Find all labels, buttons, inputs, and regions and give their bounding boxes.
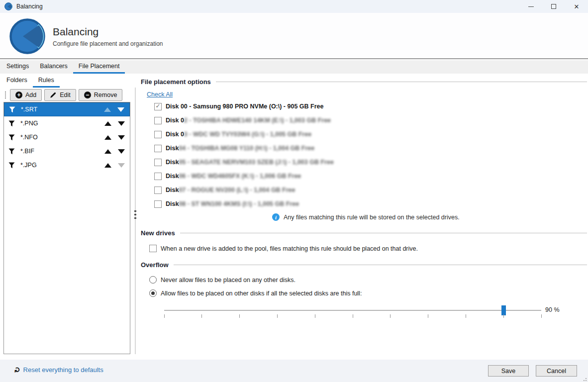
subtab-rules[interactable]: Rules (33, 74, 60, 88)
move-up-icon (104, 107, 111, 112)
radio-allow[interactable] (149, 289, 157, 297)
tab-settings[interactable]: Settings (1, 60, 34, 74)
rule-pattern: *.BIF (20, 148, 104, 155)
section-file-placement-options: File placement options (141, 78, 587, 86)
plus-circle-icon: + (15, 92, 22, 98)
page-title: Balancing (53, 26, 98, 38)
rule-pattern: *.JPG (20, 162, 104, 169)
close-button[interactable]: ✕ (565, 0, 588, 13)
rule-row-srt[interactable]: *.SRT (4, 102, 130, 116)
page-header: Balancing Configure file placement and o… (0, 13, 588, 59)
window-title: Balancing (16, 3, 43, 10)
funnel-icon (8, 162, 15, 169)
maximize-button[interactable] (542, 0, 565, 13)
rule-row-nfo[interactable]: *.NFO (4, 130, 130, 144)
disk-checkbox[interactable]: ✓ (154, 117, 162, 124)
rule-pattern: *.PNG (20, 120, 104, 127)
section-divider (216, 82, 587, 82)
overflow-never-option[interactable]: Never allow files to be placed on any ot… (149, 276, 587, 284)
disk-checkbox[interactable]: ✓ (154, 159, 162, 166)
window-resize-grip[interactable] (582, 376, 587, 381)
cancel-button[interactable]: Cancel (536, 365, 577, 377)
app-logo-icon (4, 2, 12, 10)
edit-button-label: Edit (60, 92, 71, 98)
move-up-icon[interactable] (104, 163, 111, 168)
subtab-folders[interactable]: Folders (1, 74, 33, 88)
rule-pattern: *.NFO (20, 134, 104, 141)
disk-checkbox[interactable]: ✓ (154, 145, 162, 152)
remove-button[interactable]: − Remove (79, 89, 123, 101)
toolbar-grip-handle[interactable] (3, 92, 8, 98)
disk-list: ✓ Disk 00 - Samsung 980 PRO NVMe (O:\) -… (141, 99, 587, 211)
funnel-icon (8, 148, 15, 155)
disk-row-00[interactable]: ✓ Disk 00 - Samsung 980 PRO NVMe (O:\) -… (141, 99, 587, 113)
minimize-button[interactable] (519, 0, 542, 13)
pencil-icon (50, 92, 57, 98)
disk-label-redacted: Disk 02 - TOSHIBA HDWE140 14KM (E:\) - 1… (166, 117, 331, 124)
disk-row-08[interactable]: ✓ Disk08 - ST WN100 4KMS (I:\) - 1,005 G… (141, 197, 587, 211)
move-up-icon[interactable] (104, 135, 111, 140)
disk-label-redacted: Disk07 - ROGUE NV200 (L:\) - 1,004 GB Fr… (166, 187, 295, 193)
funnel-icon (8, 120, 15, 127)
edit-button[interactable]: Edit (44, 89, 76, 101)
disk-row-07[interactable]: ✓ Disk07 - ROGUE NV200 (L:\) - 1,004 GB … (141, 183, 587, 197)
page-subtitle: Configure file placement and organizatio… (53, 40, 163, 47)
new-drive-checkbox-label: When a new drive is added to the pool, f… (161, 245, 418, 252)
add-button[interactable]: + Add (10, 89, 42, 101)
move-up-icon[interactable] (104, 121, 111, 126)
radio-never[interactable] (149, 276, 157, 284)
disk-label-redacted: Disk06 - WDC WD4605FX (K:\) - 1,006 GB F… (166, 173, 301, 180)
disk-checkbox[interactable]: ✓ (154, 131, 162, 138)
disk-label-redacted: Disk04 - TOSHIBA MG08 Y110 (H:\) - 1,004… (166, 145, 314, 152)
move-down-icon[interactable] (118, 121, 125, 126)
section-title: New drives (141, 229, 175, 237)
funnel-icon (9, 106, 15, 113)
disk-row-03[interactable]: ✓ Disk 03 - WDC WD TVY03W4 (G:\) - 1,005… (141, 127, 587, 141)
disk-label-redacted: Disk 03 - WDC WD TVY03W4 (G:\) - 1,005 G… (166, 131, 311, 138)
overflow-allow-option[interactable]: Allow files to be placed on other disks … (149, 289, 587, 297)
disk-row-05[interactable]: ✓ Disk05 - SEAGATE NERVM103 SZEB (J:\) -… (141, 155, 587, 169)
disk-checkbox[interactable]: ✓ (154, 103, 162, 110)
rule-row-png[interactable]: *.PNG (4, 116, 130, 130)
slider-ticks (164, 314, 541, 318)
reset-defaults-link[interactable]: ↻ Reset everything to defaults (14, 366, 103, 374)
sub-tab-bar: Folders Rules (0, 74, 141, 88)
info-text: Any files matching this rule will be sto… (284, 214, 460, 221)
disk-label-redacted: Disk05 - SEAGATE NERVM103 SZEB (J:\) - 1… (166, 159, 334, 166)
rule-row-jpg[interactable]: *.JPG (4, 158, 130, 172)
disk-checkbox[interactable]: ✓ (154, 200, 162, 208)
title-bar: Balancing ✕ (0, 0, 588, 13)
disk-checkbox[interactable]: ✓ (154, 173, 162, 180)
move-down-icon[interactable] (118, 149, 125, 154)
reset-link-label: Reset everything to defaults (23, 366, 103, 374)
move-up-icon[interactable] (104, 149, 111, 154)
check-all-link[interactable]: Check All (147, 91, 173, 98)
maximize-icon (551, 4, 556, 9)
file-placement-panel: File placement options Check All ✓ Disk … (141, 74, 587, 360)
disk-row-06[interactable]: ✓ Disk06 - WDC WD4605FX (K:\) - 1,006 GB… (141, 169, 587, 183)
add-button-label: Add (25, 92, 36, 98)
slider-track[interactable] (164, 310, 541, 311)
new-drive-option-row[interactable]: ✓ When a new drive is added to the pool,… (149, 245, 587, 252)
tab-balancers[interactable]: Balancers (34, 60, 73, 74)
tab-file-placement[interactable]: File Placement (73, 60, 125, 74)
check-icon: ✓ (155, 103, 160, 109)
section-divider (180, 233, 587, 233)
move-down-icon[interactable] (118, 135, 125, 140)
main-tab-bar: Settings Balancers File Placement (0, 60, 588, 74)
rule-info-message: i Any files matching this rule will be s… (272, 213, 587, 221)
disk-row-02[interactable]: ✓ Disk 02 - TOSHIBA HDWE140 14KM (E:\) -… (141, 113, 587, 127)
disk-row-04[interactable]: ✓ Disk04 - TOSHIBA MG08 Y110 (H:\) - 1,0… (141, 141, 587, 155)
save-button[interactable]: Save (488, 365, 529, 377)
pane-splitter[interactable] (135, 88, 136, 354)
rules-list: *.SRT *.PNG *.NFO *.BIF *.JPG (3, 102, 130, 354)
splitter-grip-handle[interactable] (134, 210, 137, 219)
funnel-icon (8, 134, 15, 141)
move-down-icon[interactable] (117, 107, 124, 112)
close-icon: ✕ (574, 3, 580, 10)
window-controls: ✕ (519, 0, 588, 13)
slider-thumb[interactable] (501, 305, 506, 315)
disk-checkbox[interactable]: ✓ (154, 187, 162, 194)
rule-row-bif[interactable]: *.BIF (4, 144, 130, 158)
new-drive-checkbox[interactable]: ✓ (149, 245, 157, 252)
